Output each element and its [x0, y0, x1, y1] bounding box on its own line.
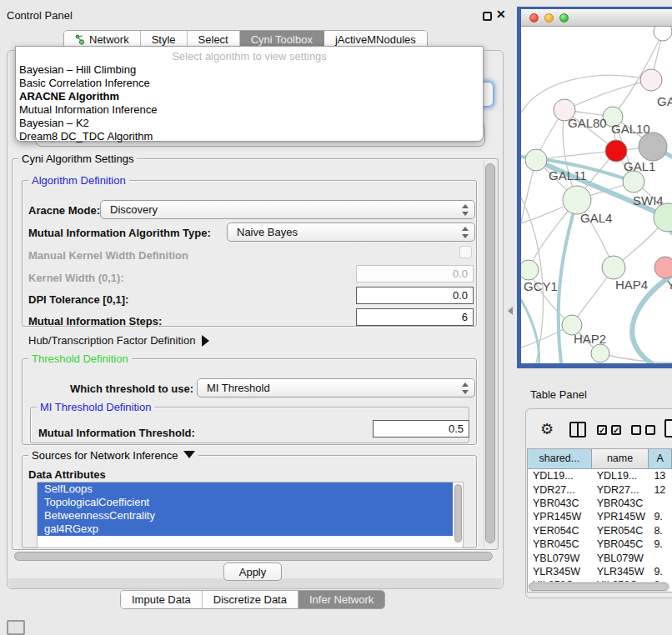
algorithm-option[interactable]: Basic Correlation Inference	[16, 77, 483, 90]
table-row[interactable]: YPR145WYPR145W9.	[528, 510, 672, 523]
float-panel-icon[interactable]	[483, 12, 492, 21]
network-node[interactable]	[521, 260, 539, 280]
cell-shared-name: YER054C	[528, 525, 592, 537]
split-columns-icon[interactable]	[569, 422, 586, 438]
dpi-tolerance-label: DPI Tolerance [0,1]:	[28, 293, 128, 306]
node-label: GAL1	[624, 159, 655, 173]
attributes-scrollbar-thumb[interactable]	[454, 484, 462, 542]
attribute-item[interactable]: SelfLoops	[38, 482, 453, 496]
algorithm-option[interactable]: Bayesian – K2	[16, 117, 483, 130]
network-node[interactable]	[654, 27, 672, 41]
node-label: Y	[667, 278, 672, 292]
column-header[interactable]: name	[592, 449, 649, 468]
data-attributes-label: Data Attributes	[28, 468, 106, 481]
manual-kernel-label: Manual Kernel Width Definition	[28, 249, 188, 262]
data-attributes-list[interactable]: SelfLoopsTopologicalCoefficientBetweenne…	[37, 482, 464, 548]
network-edge	[529, 270, 572, 325]
cell-name: YDL19...	[592, 470, 649, 482]
aracne-mode-value: Discovery	[110, 203, 158, 216]
table-row[interactable]: YER054CYER054C8.	[528, 524, 672, 538]
control-panel-title: Control Panel	[7, 9, 73, 22]
which-threshold-value: MI Threshold	[207, 382, 270, 394]
network-node[interactable]	[591, 344, 609, 362]
table-header: shared...nameA	[528, 449, 672, 469]
hub-section-row[interactable]: Hub/Transcription Factor Definition	[28, 334, 209, 347]
algorithm-option[interactable]: ARACNE Algorithm	[16, 90, 483, 103]
tab-label: Infer Network	[309, 593, 374, 606]
network-node[interactable]	[525, 149, 547, 171]
table-hscrollbar-thumb[interactable]	[529, 582, 669, 591]
cell-shared-name: YLR345W	[528, 566, 592, 578]
network-edge	[521, 75, 651, 112]
network-window-titlebar[interactable]	[521, 9, 672, 27]
algorithm-option[interactable]: Mutual Information Inference	[16, 103, 483, 117]
document-icon[interactable]	[664, 419, 672, 438]
dpi-tolerance-field[interactable]: 0.0	[356, 287, 474, 304]
which-threshold-label: Which threshold to use:	[70, 382, 193, 395]
table-row[interactable]: YLR345WYLR345W9.	[528, 565, 672, 578]
expand-arrow-icon[interactable]	[202, 335, 209, 347]
sources-title: Sources for Network Inference	[32, 449, 178, 462]
table-panel-title: Table Panel	[530, 388, 587, 401]
kernel-width-field[interactable]: 0.0	[356, 265, 474, 282]
which-threshold-combo[interactable]: MI Threshold	[197, 378, 475, 398]
checked-box-icon[interactable]: ✓	[611, 425, 621, 435]
algorithm-option[interactable]: Bayesian – Hill Climbing	[16, 63, 483, 77]
attribute-item[interactable]: BetweennessCentrality	[38, 509, 453, 522]
table-row[interactable]: YBR043CYBR043C	[528, 497, 672, 510]
table-rows: YDL19...YDL19...13YDR27...YDR27...12YBR0…	[528, 469, 672, 592]
attribute-item[interactable]: gal4RGexp	[38, 522, 453, 536]
tab-label: Discretize Data	[213, 593, 287, 606]
mi-threshold-field[interactable]: 0.5	[373, 420, 469, 438]
cell-shared-name: YDL19...	[528, 470, 592, 482]
network-node[interactable]	[654, 257, 672, 278]
combo-stepper-icon	[461, 204, 468, 216]
table-row[interactable]: YDR27...YDR27...12	[528, 482, 672, 496]
mi-algorithm-type-combo[interactable]: Naive Bayes	[227, 222, 475, 242]
splitpane-collapse-icon[interactable]	[508, 307, 513, 315]
network-node[interactable]	[602, 256, 625, 279]
close-panel-icon[interactable]: ✕	[496, 8, 506, 21]
network-node[interactable]	[563, 186, 591, 214]
apply-button[interactable]: Apply	[223, 562, 282, 581]
tab-infer-network[interactable]: Infer Network	[298, 591, 384, 608]
column-header[interactable]: A	[649, 449, 672, 468]
algorithm-option[interactable]: Dream8 DC_TDC Algorithm	[16, 130, 483, 143]
tab-discretize-data[interactable]: Discretize Data	[203, 591, 298, 608]
settings-hscrollbar-thumb[interactable]	[14, 552, 493, 561]
collapse-arrow-icon[interactable]	[183, 451, 195, 458]
checked-box-icon[interactable]: ✓	[597, 425, 607, 435]
table-row[interactable]: YBL079WYBL079W	[528, 551, 672, 564]
threshold-definition-label: Threshold Definition	[28, 352, 132, 365]
tab-label: Impute Data	[132, 593, 191, 606]
minimize-window-icon[interactable]	[544, 13, 554, 22]
unchecked-box-icon[interactable]	[645, 425, 655, 435]
tab-impute-data[interactable]: Impute Data	[121, 591, 203, 608]
network-node[interactable]	[639, 132, 667, 161]
gear-icon[interactable]: ⚙	[540, 420, 554, 438]
settings-scrollbar-thumb[interactable]	[485, 163, 495, 543]
aracne-mode-combo[interactable]: Discovery	[100, 200, 475, 219]
network-icon	[75, 34, 85, 45]
unchecked-box-icon[interactable]	[631, 425, 641, 435]
manual-kernel-checkbox[interactable]	[459, 246, 472, 258]
combo-stepper-icon	[461, 382, 468, 394]
network-node[interactable]	[623, 171, 644, 192]
network-canvas[interactable]: GALGAL80GAL10GAL1GAL11SWI4GAL4GCY1HAP4YH…	[521, 27, 672, 363]
network-node[interactable]	[640, 69, 662, 91]
zoom-window-icon[interactable]	[559, 13, 569, 22]
network-node[interactable]	[654, 203, 672, 232]
column-header[interactable]: shared...	[528, 449, 592, 468]
table-row[interactable]: YDL19...YDL19...13	[528, 469, 672, 482]
close-window-icon[interactable]	[529, 13, 539, 22]
mi-threshold-definition-label: MI Threshold Definition	[37, 401, 154, 413]
mini-panel-icon[interactable]	[7, 620, 25, 635]
node-table: shared...nameA YDL19...YDL19...13YDR27..…	[527, 448, 672, 592]
node-label: GAL80	[568, 116, 607, 130]
table-row[interactable]: YBR045CYBR045C9.	[528, 538, 672, 551]
mi-steps-field[interactable]: 6	[356, 308, 474, 326]
cell-value: 9.	[649, 566, 672, 578]
node-label: GAL4	[580, 211, 612, 225]
attribute-item[interactable]: TopologicalCoefficient	[38, 496, 453, 509]
sources-group-label[interactable]: Sources for Network Inference	[28, 449, 198, 462]
